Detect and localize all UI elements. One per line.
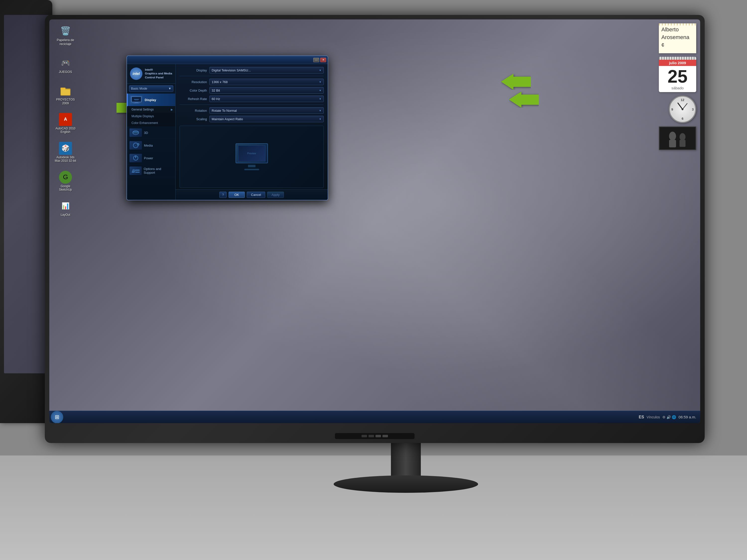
color-depth-label: Color Depth (180, 88, 207, 92)
scaling-arrow: ▼ (319, 118, 321, 121)
scaling-dropdown[interactable]: Maintain Aspect Ratio ▼ (209, 116, 324, 122)
close-button[interactable]: ✕ (320, 58, 326, 62)
autocad-icon: A (59, 113, 72, 126)
refresh-rate-label: Refresh Rate (180, 97, 207, 101)
intel-dialog: — ✕ intel (127, 55, 328, 201)
cal-header: julio 2009 (659, 60, 696, 66)
rotation-row: Rotation Rotate To Normal ▼ (180, 107, 324, 114)
desktop-icons-area: 🗑️ Papelera de reciclaje 🎮 JUEGOS (54, 24, 77, 217)
ok-button[interactable]: OK (229, 192, 245, 198)
nav-item-power[interactable]: Power (127, 152, 175, 164)
taskbar-start-button[interactable]: ⊞ (51, 411, 63, 423)
options-nav-icon (129, 166, 142, 175)
mode-selector[interactable]: Basic Mode ▼ (129, 85, 173, 92)
help-button[interactable]: ? (220, 192, 227, 198)
3d-nav-label: 3D (144, 131, 148, 135)
resolution-label: Resolution (180, 80, 207, 84)
dialog-titlebar: — ✕ (127, 56, 328, 64)
google-label: Google SketchUp (54, 184, 77, 192)
minimize-button[interactable]: — (313, 58, 319, 62)
general-settings-arrow: ▶ (171, 108, 173, 111)
nav-sub-color[interactable]: Color Enhancement (127, 120, 175, 127)
svg-rect-31 (132, 172, 135, 172)
color-depth-dropdown[interactable]: 32 Bit ▼ (209, 87, 324, 94)
svg-rect-1 (60, 88, 66, 89)
nav-item-display[interactable]: Display (127, 94, 175, 106)
refresh-rate-dropdown[interactable]: 60 Hz ▼ (209, 96, 324, 102)
color-depth-row: Color Depth 32 Bit ▼ (180, 87, 324, 94)
title-controls: — ✕ (313, 58, 326, 62)
svg-marker-4 (501, 74, 531, 90)
icon-autodesk[interactable]: 🎲 Autodesk 3ds Max 2010 32-bit (54, 142, 77, 163)
nav-item-media[interactable]: Media (127, 139, 175, 152)
windows-icon: ⊞ (55, 414, 59, 420)
svg-rect-13 (679, 140, 686, 147)
games-label: JUEGOS (59, 70, 72, 74)
nav-item-3d[interactable]: 3D (127, 127, 175, 139)
recycle-bin-icon: 🗑️ (59, 24, 72, 37)
dialog-nav: intel Intel® Graphics and Media Control … (127, 64, 176, 200)
svg-line-6 (678, 103, 682, 109)
refresh-rate-row: Refresh Rate 60 Hz ▼ (180, 96, 324, 102)
icon-layout[interactable]: 📊 LayOut (54, 199, 77, 216)
panel-title-line3: Control Panel (145, 76, 172, 80)
svg-rect-30 (135, 170, 140, 170)
svg-rect-32 (135, 172, 140, 172)
monitor-btn-3[interactable] (376, 435, 381, 437)
preview-monitor-graphic: Preview (236, 143, 268, 170)
power-nav-icon (129, 154, 142, 162)
preview-inner: Preview (238, 145, 265, 162)
svg-point-29 (133, 170, 134, 171)
svg-rect-9 (660, 128, 695, 149)
icon-google[interactable]: G Google SketchUp (54, 171, 77, 192)
nav-sub-general[interactable]: General Settings ▶ (127, 106, 175, 113)
preview-base (244, 169, 259, 170)
icon-recycle-bin[interactable]: 🗑️ Papelera de reciclaje (54, 24, 77, 46)
svg-point-10 (669, 132, 676, 141)
monitor-frame: 🗑️ Papelera de reciclaje 🎮 JUEGOS (45, 15, 705, 443)
cancel-button[interactable]: Cancel (247, 192, 265, 198)
resolution-dropdown[interactable]: 1366 x 768 ▼ (209, 79, 324, 85)
display-dropdown[interactable]: Digital Television SAMSU... ▼ (209, 67, 324, 74)
content-preview: Preview (180, 126, 324, 188)
monitor-btn-4[interactable] (383, 435, 388, 437)
icon-autocad[interactable]: A AutoCAD 2010 English (54, 113, 77, 134)
general-settings-label: General Settings (131, 108, 154, 111)
svg-point-24 (135, 145, 136, 146)
svg-point-8 (681, 108, 683, 110)
apply-button[interactable]: Apply (267, 192, 284, 198)
svg-rect-2 (61, 89, 70, 95)
nav-item-options[interactable]: Options and Support (127, 164, 175, 177)
icon-games[interactable]: 🎮 JUEGOS (54, 56, 77, 74)
cal-weekday: sábado (659, 86, 696, 92)
color-enhancement-label: Color Enhancement (131, 121, 158, 125)
games-icon: 🎮 (59, 56, 72, 69)
monitor-btn-1[interactable] (362, 435, 367, 437)
recycle-bin-label: Papelera de reciclaje (54, 38, 77, 46)
media-nav-label: Media (144, 143, 153, 148)
layout-icon: 📊 (59, 199, 72, 212)
panel-title: Intel® Graphics and Media Control Panel (145, 68, 172, 80)
resolution-row: Resolution 1366 x 768 ▼ (180, 79, 324, 85)
photo-icon (660, 128, 695, 149)
3d-nav-icon (129, 128, 142, 137)
note-spiral (659, 23, 696, 25)
cal-day: 25 (659, 66, 696, 86)
monitor-btn-2[interactable] (368, 435, 374, 437)
nav-sub-multiple[interactable]: Multiple Displays (127, 113, 175, 120)
left-screen-content (4, 15, 49, 373)
resolution-value: 1366 x 768 (212, 80, 228, 84)
icon-projects[interactable]: PROYECTOS 2009 (54, 84, 77, 105)
power-nav-label: Power (144, 156, 153, 160)
display-arrow: ▼ (319, 69, 321, 72)
color-depth-arrow: ▼ (319, 89, 321, 92)
media-nav-icon (129, 141, 142, 150)
projects-icon (59, 84, 72, 97)
monitor-controls-bar (335, 433, 415, 439)
note-line1: Alberto (661, 26, 694, 34)
preview-text: Preview (247, 152, 256, 155)
desk-surface (0, 455, 747, 560)
photo-widget (659, 127, 696, 150)
google-icon: G (59, 171, 72, 184)
rotation-dropdown[interactable]: Rotate To Normal ▼ (209, 107, 324, 114)
